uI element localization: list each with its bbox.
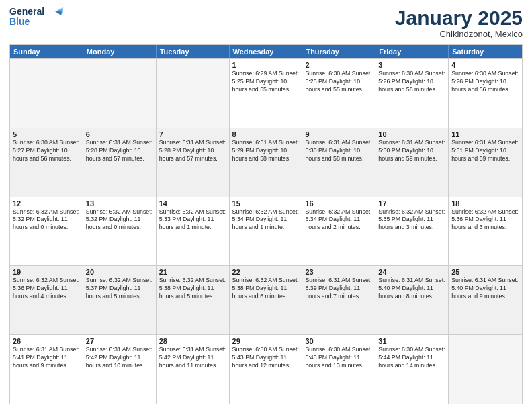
- day-number: 5: [13, 130, 80, 138]
- cell-info-text: Sunrise: 6:29 AM Sunset: 5:25 PM Dayligh…: [232, 70, 300, 94]
- cell-info-text: Sunrise: 6:30 AM Sunset: 5:26 PM Dayligh…: [378, 70, 445, 94]
- cell-info-text: Sunrise: 6:31 AM Sunset: 5:39 PM Dayligh…: [305, 277, 372, 301]
- calendar-cell-day-28: 28Sunrise: 6:31 AM Sunset: 5:42 PM Dayli…: [157, 335, 230, 404]
- cell-info-text: Sunrise: 6:31 AM Sunset: 5:40 PM Dayligh…: [451, 277, 519, 301]
- calendar-cell-day-8: 8Sunrise: 6:31 AM Sunset: 5:29 PM Daylig…: [230, 128, 303, 197]
- day-number: 20: [86, 268, 153, 276]
- calendar-cell-day-11: 11Sunrise: 6:31 AM Sunset: 5:31 PM Dayli…: [449, 128, 522, 197]
- calendar-cell-day-14: 14Sunrise: 6:32 AM Sunset: 5:33 PM Dayli…: [157, 197, 230, 266]
- cell-info-text: Sunrise: 6:31 AM Sunset: 5:30 PM Dayligh…: [305, 139, 372, 163]
- cell-info-text: Sunrise: 6:31 AM Sunset: 5:41 PM Dayligh…: [13, 346, 80, 370]
- calendar-cell-day-17: 17Sunrise: 6:32 AM Sunset: 5:35 PM Dayli…: [375, 197, 449, 266]
- calendar-cell-day-16: 16Sunrise: 6:32 AM Sunset: 5:34 PM Dayli…: [302, 197, 375, 266]
- calendar-cell-day-24: 24Sunrise: 6:31 AM Sunset: 5:40 PM Dayli…: [375, 266, 449, 334]
- header-day-thursday: Thursday: [302, 45, 375, 58]
- day-number: 27: [86, 337, 153, 345]
- cell-info-text: Sunrise: 6:32 AM Sunset: 5:38 PM Dayligh…: [232, 277, 300, 301]
- cell-info-text: Sunrise: 6:31 AM Sunset: 5:42 PM Dayligh…: [86, 346, 153, 370]
- calendar-cell-day-1: 1Sunrise: 6:29 AM Sunset: 5:25 PM Daylig…: [230, 59, 303, 128]
- day-number: 14: [159, 199, 226, 208]
- calendar-cell-day-25: 25Sunrise: 6:31 AM Sunset: 5:40 PM Dayli…: [449, 266, 522, 334]
- calendar-cell-day-29: 29Sunrise: 6:30 AM Sunset: 5:43 PM Dayli…: [230, 335, 303, 404]
- cell-info-text: Sunrise: 6:32 AM Sunset: 5:32 PM Dayligh…: [13, 208, 80, 232]
- calendar-row-1: 5Sunrise: 6:30 AM Sunset: 5:27 PM Daylig…: [10, 128, 522, 197]
- day-number: 12: [13, 199, 80, 208]
- calendar-cell-day-27: 27Sunrise: 6:31 AM Sunset: 5:42 PM Dayli…: [83, 335, 157, 404]
- calendar-cell-day-2: 2Sunrise: 6:30 AM Sunset: 5:25 PM Daylig…: [302, 59, 375, 128]
- calendar-cell-empty-0-2: [157, 59, 230, 128]
- cell-info-text: Sunrise: 6:30 AM Sunset: 5:26 PM Dayligh…: [451, 70, 519, 94]
- calendar-cell-day-6: 6Sunrise: 6:31 AM Sunset: 5:28 PM Daylig…: [83, 128, 157, 197]
- cell-info-text: Sunrise: 6:32 AM Sunset: 5:35 PM Dayligh…: [378, 208, 445, 232]
- header-day-saturday: Saturday: [449, 45, 522, 58]
- header-day-sunday: Sunday: [10, 45, 83, 58]
- logo: General Blue: [9, 7, 63, 28]
- calendar-cell-day-7: 7Sunrise: 6:31 AM Sunset: 5:28 PM Daylig…: [157, 128, 230, 197]
- calendar-cell-day-3: 3Sunrise: 6:30 AM Sunset: 5:26 PM Daylig…: [375, 59, 449, 128]
- cell-info-text: Sunrise: 6:32 AM Sunset: 5:36 PM Dayligh…: [451, 208, 519, 232]
- cell-info-text: Sunrise: 6:31 AM Sunset: 5:42 PM Dayligh…: [159, 346, 226, 370]
- calendar-row-4: 26Sunrise: 6:31 AM Sunset: 5:41 PM Dayli…: [10, 334, 522, 404]
- header-day-monday: Monday: [83, 45, 157, 58]
- calendar-cell-day-23: 23Sunrise: 6:31 AM Sunset: 5:39 PM Dayli…: [302, 266, 375, 334]
- day-number: 6: [86, 130, 153, 138]
- day-number: 28: [159, 337, 226, 345]
- day-number: 1: [232, 61, 300, 69]
- calendar-cell-day-20: 20Sunrise: 6:32 AM Sunset: 5:37 PM Dayli…: [83, 266, 157, 334]
- cell-info-text: Sunrise: 6:31 AM Sunset: 5:40 PM Dayligh…: [378, 277, 445, 301]
- day-number: 25: [451, 268, 519, 276]
- cell-info-text: Sunrise: 6:31 AM Sunset: 5:28 PM Dayligh…: [86, 139, 153, 163]
- day-number: 19: [13, 268, 80, 276]
- cell-info-text: Sunrise: 6:30 AM Sunset: 5:25 PM Dayligh…: [305, 70, 372, 94]
- cell-info-text: Sunrise: 6:32 AM Sunset: 5:36 PM Dayligh…: [13, 277, 80, 301]
- calendar-cell-day-26: 26Sunrise: 6:31 AM Sunset: 5:41 PM Dayli…: [10, 335, 83, 404]
- cell-info-text: Sunrise: 6:32 AM Sunset: 5:33 PM Dayligh…: [159, 208, 226, 232]
- calendar-cell-day-10: 10Sunrise: 6:31 AM Sunset: 5:30 PM Dayli…: [375, 128, 449, 197]
- calendar-cell-empty-0-1: [83, 59, 157, 128]
- logo-line1: General: [9, 7, 44, 17]
- cell-info-text: Sunrise: 6:32 AM Sunset: 5:38 PM Dayligh…: [159, 277, 226, 301]
- calendar-cell-day-31: 31Sunrise: 6:30 AM Sunset: 5:44 PM Dayli…: [375, 335, 449, 404]
- header-day-tuesday: Tuesday: [157, 45, 230, 58]
- calendar-cell-day-12: 12Sunrise: 6:32 AM Sunset: 5:32 PM Dayli…: [10, 197, 83, 266]
- calendar-row-0: 1Sunrise: 6:29 AM Sunset: 5:25 PM Daylig…: [10, 58, 522, 128]
- calendar-cell-day-4: 4Sunrise: 6:30 AM Sunset: 5:26 PM Daylig…: [449, 59, 522, 128]
- month-title: January 2025: [395, 7, 523, 29]
- cell-info-text: Sunrise: 6:30 AM Sunset: 5:44 PM Dayligh…: [378, 346, 445, 370]
- header-day-friday: Friday: [375, 45, 449, 58]
- day-number: 23: [305, 268, 372, 276]
- day-number: 30: [305, 337, 372, 345]
- day-number: 8: [232, 130, 300, 138]
- title-block: January 2025 Chikindzonot, Mexico: [395, 7, 523, 39]
- cell-info-text: Sunrise: 6:31 AM Sunset: 5:28 PM Dayligh…: [159, 139, 226, 163]
- day-number: 9: [305, 130, 372, 138]
- calendar-cell-empty-0-0: [10, 59, 83, 128]
- day-number: 15: [232, 199, 300, 208]
- calendar-cell-day-13: 13Sunrise: 6:32 AM Sunset: 5:32 PM Dayli…: [83, 197, 157, 266]
- header: General Blue January 2025 Chikindzonot, …: [9, 7, 523, 39]
- cell-info-text: Sunrise: 6:30 AM Sunset: 5:27 PM Dayligh…: [13, 139, 80, 163]
- logo-bird-icon: [48, 6, 63, 21]
- day-number: 21: [159, 268, 226, 276]
- cell-info-text: Sunrise: 6:30 AM Sunset: 5:43 PM Dayligh…: [232, 346, 300, 370]
- logo-line2: Blue: [9, 17, 44, 27]
- day-number: 4: [451, 61, 519, 69]
- cell-info-text: Sunrise: 6:32 AM Sunset: 5:32 PM Dayligh…: [86, 208, 153, 232]
- day-number: 24: [378, 268, 445, 276]
- day-number: 16: [305, 199, 372, 208]
- calendar-row-3: 19Sunrise: 6:32 AM Sunset: 5:36 PM Dayli…: [10, 265, 522, 334]
- calendar-cell-day-22: 22Sunrise: 6:32 AM Sunset: 5:38 PM Dayli…: [230, 266, 303, 334]
- day-number: 18: [451, 199, 519, 208]
- calendar: SundayMondayTuesdayWednesdayThursdayFrid…: [9, 44, 523, 404]
- cell-info-text: Sunrise: 6:32 AM Sunset: 5:34 PM Dayligh…: [232, 208, 300, 232]
- page: General Blue January 2025 Chikindzonot, …: [0, 0, 532, 411]
- day-number: 13: [86, 199, 153, 208]
- cell-info-text: Sunrise: 6:32 AM Sunset: 5:37 PM Dayligh…: [86, 277, 153, 301]
- cell-info-text: Sunrise: 6:31 AM Sunset: 5:31 PM Dayligh…: [451, 139, 519, 163]
- subtitle: Chikindzonot, Mexico: [395, 29, 523, 39]
- calendar-cell-day-19: 19Sunrise: 6:32 AM Sunset: 5:36 PM Dayli…: [10, 266, 83, 334]
- calendar-cell-day-15: 15Sunrise: 6:32 AM Sunset: 5:34 PM Dayli…: [230, 197, 303, 266]
- day-number: 29: [232, 337, 300, 345]
- day-number: 2: [305, 61, 372, 69]
- calendar-cell-day-9: 9Sunrise: 6:31 AM Sunset: 5:30 PM Daylig…: [302, 128, 375, 197]
